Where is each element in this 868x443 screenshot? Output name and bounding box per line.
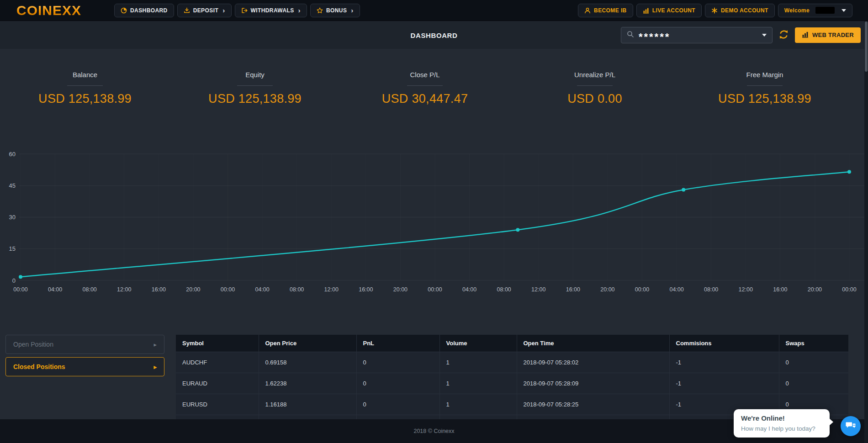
svg-text:00:00: 00:00	[635, 286, 649, 293]
triangle-right-icon: ▸	[153, 364, 157, 370]
cell-pnl: 0	[356, 352, 439, 373]
svg-text:12:00: 12:00	[117, 286, 131, 293]
welcome-user-menu[interactable]: Welcome	[778, 4, 852, 17]
positions-tabs: Open Position ▸ Closed Positions ▸	[5, 335, 164, 376]
header-controls: ****** WEB TRADER	[621, 27, 861, 43]
stat-value: USD 125,138.99	[208, 92, 302, 106]
stat-label: Unrealize P/L	[574, 71, 615, 79]
table-header-row: Symbol Open Price PnL Volume Open Time C…	[176, 335, 848, 352]
stat-divider	[407, 85, 443, 86]
brand-logo[interactable]: COINEXX	[16, 3, 81, 18]
svg-text:08:00: 08:00	[290, 286, 304, 293]
svg-text:00:00: 00:00	[428, 286, 442, 293]
stat-divider	[67, 85, 103, 86]
stat-value: USD 125,138.99	[38, 92, 132, 106]
nav-label: DEPOSIT	[193, 7, 218, 14]
table-row[interactable]: AUDCHF 0.69158 0 1 2018-09-07 05:28:02 -…	[176, 352, 848, 373]
open-positions-label: Open Position	[13, 341, 53, 348]
cell-swaps: 0	[779, 373, 848, 394]
cell-volume: 1	[439, 373, 517, 394]
bar-chart-icon	[802, 31, 809, 39]
chat-launcher-button[interactable]	[841, 416, 861, 436]
column-header-pnl: PnL	[356, 335, 439, 352]
cell-symbol: EURAUD	[176, 373, 259, 394]
svg-text:04:00: 04:00	[48, 286, 62, 293]
scrollbar-thumb[interactable]	[865, 21, 868, 72]
svg-text:0: 0	[12, 277, 16, 284]
open-positions-button[interactable]: Open Position ▸	[5, 335, 164, 354]
svg-text:20:00: 20:00	[600, 286, 614, 293]
vertical-scrollbar[interactable]	[864, 21, 868, 443]
closed-positions-button[interactable]: Closed Positions ▸	[5, 357, 164, 376]
svg-text:00:00: 00:00	[13, 286, 27, 293]
positions-section: Open Position ▸ Closed Positions ▸ Symbo…	[0, 331, 868, 419]
stat-equity: Equity USD 125,138.99	[170, 49, 340, 123]
cell-open-price: 0.69158	[259, 352, 356, 373]
chevron-right-icon: ›	[298, 7, 301, 14]
cell-symbol: AUDCHF	[176, 352, 259, 373]
svg-text:12:00: 12:00	[324, 286, 339, 293]
cell-volume: 1	[439, 352, 517, 373]
top-navbar: COINEXX DASHBOARD DEPOSIT › WITHDRAWALS	[0, 0, 868, 21]
stat-unrealized-pl: Unrealize P/L USD 0.00	[510, 49, 680, 123]
refresh-icon	[778, 29, 789, 41]
account-stats: Balance USD 125,138.99 Equity USD 125,13…	[0, 49, 850, 123]
chat-bubbles-icon	[845, 420, 856, 432]
nav-label: WITHDRAWALS	[251, 7, 294, 14]
account-nav: BECOME IB LIVE ACCOUNT DEMO ACCOUNT Welc…	[578, 4, 852, 17]
svg-text:16:00: 16:00	[773, 286, 787, 293]
cell-open-price: 1.62238	[259, 373, 356, 394]
nav-withdrawals-button[interactable]: WITHDRAWALS ›	[235, 4, 307, 17]
page-header: DASHBOARD ****** WEB TRADER	[0, 21, 868, 49]
gauge-icon	[121, 7, 127, 14]
svg-text:04:00: 04:00	[462, 286, 476, 293]
stat-value: USD 0.00	[567, 92, 622, 106]
demo-account-button[interactable]: DEMO ACCOUNT	[705, 4, 775, 17]
svg-text:08:00: 08:00	[704, 286, 718, 293]
cell-volume: 1	[439, 394, 517, 415]
table-row[interactable]: EURAUD 1.62238 0 1 2018-09-07 05:28:09 -…	[176, 373, 848, 394]
nav-dashboard-button[interactable]: DASHBOARD	[114, 4, 174, 17]
closed-positions-table: Symbol Open Price PnL Volume Open Time C…	[176, 335, 848, 421]
nav-label: DASHBOARD	[130, 7, 168, 14]
cell-commisions: -1	[669, 352, 779, 373]
stat-divider	[577, 85, 613, 86]
become-ib-button[interactable]: BECOME IB	[578, 4, 633, 17]
chevron-right-icon: ›	[222, 7, 225, 14]
search-icon	[627, 31, 634, 40]
main-nav: DASHBOARD DEPOSIT › WITHDRAWALS ›	[114, 4, 360, 17]
svg-text:30: 30	[9, 214, 16, 221]
chevron-right-icon: ›	[351, 7, 353, 14]
column-header-commisions: Commisions	[669, 335, 779, 352]
nav-deposit-button[interactable]: DEPOSIT ›	[177, 4, 232, 17]
svg-text:16:00: 16:00	[152, 286, 166, 293]
page: COINEXX DASHBOARD DEPOSIT › WITHDRAWALS	[0, 0, 868, 443]
chat-tooltip-tail	[829, 418, 833, 426]
stat-label: Free Margin	[746, 71, 783, 79]
svg-text:08:00: 08:00	[497, 286, 511, 293]
cell-swaps: 0	[779, 352, 848, 373]
cell-open-time: 2018-09-07 05:28:09	[517, 373, 669, 394]
account-select[interactable]: ******	[621, 27, 773, 43]
positions-table-wrap: Symbol Open Price PnL Volume Open Time C…	[176, 335, 848, 421]
chat-tooltip[interactable]: We're Online! How may I help you today?	[734, 409, 830, 438]
web-trader-button[interactable]: WEB TRADER	[795, 27, 861, 43]
closed-positions-label: Closed Positions	[13, 363, 65, 370]
live-account-button[interactable]: LIVE ACCOUNT	[636, 4, 702, 17]
stat-divider	[237, 85, 273, 86]
account-number-masked: ******	[639, 31, 670, 43]
stat-label: Balance	[73, 71, 97, 79]
nav-bonus-button[interactable]: BONUS ›	[310, 4, 360, 17]
cell-pnl: 0	[356, 394, 439, 415]
svg-text:20:00: 20:00	[393, 286, 408, 293]
stat-label: Equity	[245, 71, 265, 79]
chat-question-text: How may I help you today?	[741, 425, 822, 432]
user-name-redacted	[815, 7, 835, 14]
svg-text:15: 15	[9, 245, 16, 252]
cell-pnl: 0	[356, 373, 439, 394]
stat-balance: Balance USD 125,138.99	[0, 49, 170, 123]
refresh-button[interactable]	[778, 29, 789, 41]
stat-label: Close P/L	[410, 71, 439, 79]
svg-text:16:00: 16:00	[566, 286, 580, 293]
stat-divider	[747, 85, 783, 86]
